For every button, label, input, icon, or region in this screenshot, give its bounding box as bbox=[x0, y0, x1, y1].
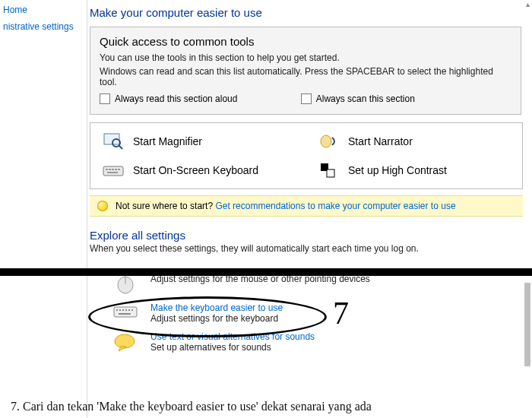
checkbox-icon bbox=[301, 93, 312, 104]
svg-point-23 bbox=[115, 334, 135, 348]
narrator-icon bbox=[318, 132, 339, 150]
checkbox-read-aloud[interactable]: Always read this section aloud bbox=[100, 93, 237, 104]
high-contrast-icon bbox=[318, 161, 339, 179]
svg-rect-4 bbox=[103, 166, 123, 176]
svg-line-2 bbox=[119, 145, 122, 149]
quick-access-heading: Quick access to common tools bbox=[100, 35, 511, 48]
checkbox-read-aloud-label: Always read this section aloud bbox=[115, 93, 237, 104]
scroll-thumb[interactable] bbox=[524, 283, 530, 366]
tip-lead: Not sure where to start? bbox=[116, 201, 213, 211]
tip-bar: Not sure where to start? Get recommendat… bbox=[90, 195, 523, 217]
scroll-up-icon[interactable]: ▴ bbox=[523, 0, 532, 9]
tool-magnifier[interactable]: Start Magnifier bbox=[103, 132, 295, 150]
quick-access-text1: You can use the tools in this section to… bbox=[100, 52, 511, 63]
magnifier-icon bbox=[103, 132, 124, 150]
svg-rect-9 bbox=[118, 169, 120, 170]
checkbox-scan-label: Always scan this section bbox=[316, 93, 415, 104]
svg-rect-8 bbox=[115, 169, 117, 170]
quick-access-panel: Quick access to common tools You can use… bbox=[90, 27, 521, 115]
svg-rect-10 bbox=[107, 172, 118, 173]
checkbox-scan[interactable]: Always scan this section bbox=[301, 93, 415, 104]
sidebar-link-admin[interactable]: nistrative settings bbox=[0, 20, 84, 36]
sidebar-link-home[interactable]: Home bbox=[0, 3, 84, 20]
tool-narrator-label: Start Narrator bbox=[348, 135, 413, 147]
tools-panel: Start Magnifier Start Narrator Start On-… bbox=[90, 122, 523, 189]
quick-access-text2: Windows can read and scan this list auto… bbox=[100, 66, 511, 87]
mouse-icon bbox=[112, 274, 138, 295]
checkbox-icon bbox=[100, 93, 110, 104]
svg-rect-5 bbox=[106, 169, 108, 170]
tip-link[interactable]: Get recommendations to make your compute… bbox=[215, 201, 455, 211]
setting-sounds-desc: Set up alternatives for sounds bbox=[150, 342, 315, 353]
speech-bubble-icon bbox=[112, 331, 138, 353]
lightbulb-icon bbox=[97, 201, 108, 211]
annotation-strip bbox=[0, 268, 532, 276]
tool-high-contrast[interactable]: Set up High Contrast bbox=[318, 161, 510, 179]
annotation-caption: 7. Cari dan tekan 'Make the keyboard eas… bbox=[11, 400, 372, 413]
tool-narrator[interactable]: Start Narrator bbox=[318, 132, 510, 150]
page-title: Make your computer easier to use bbox=[90, 6, 523, 19]
svg-rect-7 bbox=[112, 169, 114, 170]
tool-magnifier-label: Start Magnifier bbox=[133, 135, 202, 147]
explore-heading: Explore all settings bbox=[90, 229, 523, 242]
vertical-scrollbar[interactable]: ▴ bbox=[523, 0, 532, 418]
keyboard-icon bbox=[103, 161, 124, 179]
svg-rect-6 bbox=[109, 169, 111, 170]
annotation-circle bbox=[88, 296, 327, 337]
tool-osk-label: Start On-Screen Keyboard bbox=[133, 164, 258, 176]
tool-osk[interactable]: Start On-Screen Keyboard bbox=[103, 161, 295, 179]
setting-mouse[interactable]: Adjust settings for the mouse or other p… bbox=[112, 274, 523, 295]
explore-subtext: When you select these settings, they wil… bbox=[90, 243, 523, 254]
annotation-number: 7 bbox=[333, 295, 349, 331]
svg-rect-12 bbox=[327, 169, 334, 177]
svg-point-3 bbox=[321, 135, 331, 147]
tool-high-contrast-label: Set up High Contrast bbox=[348, 164, 447, 176]
sidebar: Home nistrative settings bbox=[0, 0, 87, 418]
